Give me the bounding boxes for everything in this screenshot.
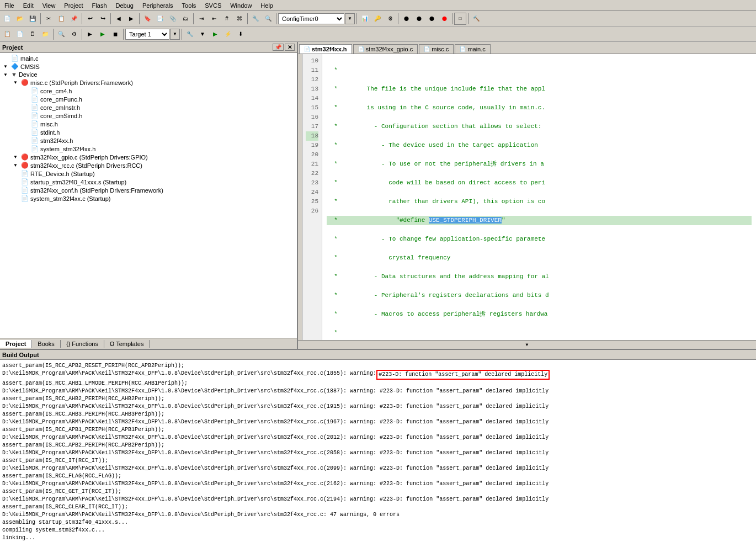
build-line: assert_param(IS_RCC_APB2_PERIPH(RCC_APB2…: [2, 442, 754, 449]
left-scroll-indicator: [298, 54, 302, 340]
target-dropdown[interactable]: ▼: [170, 29, 180, 40]
toolbar2-btn6[interactable]: ⚙: [68, 28, 80, 40]
toolbar-copy[interactable]: 📋: [55, 13, 67, 25]
tab-functions[interactable]: {} Functions: [61, 340, 104, 348]
toolbar-extra2[interactable]: 🔑: [371, 13, 384, 25]
tree-item-core-cminstr[interactable]: 📄 core_cmInstr.h: [1, 103, 296, 111]
toolbar2-btn4[interactable]: 📁: [39, 28, 51, 40]
build-output-content[interactable]: assert_param(IS_RCC_APB2_RESET_PERIPH(RC…: [0, 360, 756, 542]
toolbar-extra3[interactable]: ⚙: [384, 13, 396, 25]
code-editor[interactable]: 10 11 12 13 14 15 16 17 18 19 20 21 22 2…: [298, 54, 756, 340]
toolbar2-btn5[interactable]: 🔍: [55, 28, 67, 40]
tree-item-conf[interactable]: 📄 stm32f4xx_conf.h (StdPeriph Drivers:Fr…: [1, 186, 296, 194]
toolbar-indent[interactable]: ⇥: [195, 13, 207, 25]
toolbar-dots4[interactable]: ⬤: [438, 13, 450, 25]
toolbar-save[interactable]: 💾: [26, 13, 39, 25]
toolbar2-btn12[interactable]: ▶: [209, 28, 221, 40]
toolbar-dots3[interactable]: ⬤: [425, 13, 438, 25]
tab-books[interactable]: Books: [32, 340, 61, 348]
toolbar-undo[interactable]: ↩: [84, 13, 96, 25]
tab-stm32f4xx-h[interactable]: 📄 stm32f4xx.h: [299, 44, 352, 54]
toolbar-unindent[interactable]: ⇤: [208, 13, 220, 25]
toolbar2-btn8[interactable]: ▶: [97, 28, 109, 40]
menu-peripherals[interactable]: Peripherals: [138, 1, 178, 10]
menu-debug[interactable]: Debug: [111, 1, 138, 10]
toolbar-dots2[interactable]: ⬤: [413, 13, 425, 25]
project-close-btn[interactable]: ✕: [285, 44, 295, 51]
tree-item-gpio-c[interactable]: ▼ 🔴 stm32f4xx_gpio.c (StdPeriph Drivers:…: [1, 153, 296, 161]
toolbar-bookmark[interactable]: 🔖: [141, 13, 153, 25]
editor-bottom-scroll[interactable]: ▼: [298, 340, 756, 349]
tree-item-misc-h[interactable]: 📄 misc.h: [1, 120, 296, 128]
tree-item-core-cmfunc[interactable]: 📄 core_cmFunc.h: [1, 95, 296, 103]
toolbar-box[interactable]: □: [454, 13, 466, 25]
menu-file[interactable]: File: [0, 1, 19, 10]
file-icon: 📄: [31, 112, 39, 119]
code-line-22: * - Peripheral's registers declarations …: [327, 291, 752, 300]
tree-label: system_stm32f4xx.h: [40, 146, 95, 152]
tree-label: misc.c (StdPeriph Drivers:Framework): [30, 79, 133, 86]
menu-help[interactable]: Help: [256, 1, 278, 10]
toolbar2-btn1[interactable]: 📋: [1, 28, 13, 40]
tab-misc-c[interactable]: 📄 misc.c: [419, 44, 454, 54]
toolbar-cut[interactable]: ✂: [42, 13, 55, 25]
toolbar2-btn9[interactable]: ◼: [109, 28, 121, 40]
tab-stm32f4xx-gpio-c[interactable]: 📄 stm32f4xx_gpio.c: [353, 44, 418, 54]
toolbar-new[interactable]: 📄: [1, 13, 13, 25]
toolbar-format[interactable]: #: [221, 13, 233, 25]
menu-edit[interactable]: Edit: [19, 1, 38, 10]
menu-tools[interactable]: Tools: [178, 1, 201, 10]
tab-main-c[interactable]: 📄 main.c: [455, 44, 490, 54]
toolbar2-btn2[interactable]: 📄: [14, 28, 26, 40]
menu-flash[interactable]: Flash: [88, 1, 111, 10]
tree-item-stm32h[interactable]: 📄 stm32f4xx.h: [1, 136, 296, 145]
toolbar-format2[interactable]: ⌘: [233, 13, 246, 25]
tree-item-mainc[interactable]: 📄 main.c: [1, 54, 296, 62]
menu-view[interactable]: View: [38, 1, 60, 10]
menu-project[interactable]: Project: [60, 1, 87, 10]
menu-window[interactable]: Window: [226, 1, 256, 10]
toolbar-extra1[interactable]: 📊: [359, 13, 371, 25]
toolbar-bookmark3[interactable]: 📎: [167, 13, 179, 25]
file-icon: 📄: [21, 195, 29, 202]
toolbar2-btn7[interactable]: ▶: [84, 28, 96, 40]
toolbar-nav-back[interactable]: ◀: [113, 13, 125, 25]
tree-item-rte[interactable]: 📄 RTE_Device.h (Startup): [1, 169, 296, 178]
toolbar2-btn13[interactable]: ⚡: [222, 28, 234, 40]
tree-item-cmsis[interactable]: ▼ 🔷 CMSIS: [1, 62, 296, 71]
toolbar2-btn3[interactable]: 🗒: [26, 28, 39, 40]
tree-label: core_cmFunc.h: [40, 96, 82, 103]
tree-item-stdint[interactable]: 📄 stdint.h: [1, 128, 296, 136]
toolbar-open[interactable]: 📂: [14, 13, 26, 25]
target-select[interactable]: Target 1: [125, 29, 169, 40]
toolbar-bookmark2[interactable]: 📑: [154, 13, 166, 25]
code-content[interactable]: * * The file is the unique include file …: [322, 54, 756, 340]
tree-item-rcc-c[interactable]: ▼ 🔴 stm32f4xx_rcc.c (StdPeriph Drivers:R…: [1, 161, 296, 169]
tree-item-device[interactable]: ▼ ▼ Device: [1, 71, 296, 78]
toolbar-search[interactable]: 🔍: [262, 13, 274, 25]
toolbar2-btn10[interactable]: 🔧: [184, 28, 196, 40]
tree-item-misc-c[interactable]: ▼ 🔴 misc.c (StdPeriph Drivers:Framework): [1, 78, 296, 87]
tree-item-core-cm4[interactable]: 📄 core_cm4.h: [1, 87, 296, 95]
toolbar-wrench[interactable]: 🔨: [470, 13, 482, 25]
toolbar-bookmark4[interactable]: 🗂: [179, 13, 191, 25]
toolbar2-btn11[interactable]: ▼: [196, 28, 209, 40]
tree-item-core-cmsimd[interactable]: 📄 core_cmSimd.h: [1, 111, 296, 120]
tab-templates[interactable]: Ω Templates: [104, 340, 150, 348]
toolbar-nav-fwd[interactable]: ▶: [125, 13, 137, 25]
toolbar-paste[interactable]: 📌: [68, 13, 80, 25]
build-title: Build Output: [2, 352, 39, 358]
toolbar2-btn14[interactable]: ⬇: [235, 28, 247, 40]
tree-item-system-c[interactable]: 📄 system_stm32f4xx.c (Startup): [1, 194, 296, 203]
project-pin-btn[interactable]: 📌: [273, 44, 284, 51]
tab-project[interactable]: Project: [0, 340, 32, 348]
toolbar-redo[interactable]: ↪: [97, 13, 109, 25]
tree-item-startup[interactable]: 📄 startup_stm32f40_41xxx.s (Startup): [1, 178, 296, 186]
toolbar-build-icon[interactable]: 🔧: [249, 13, 262, 25]
toolbar-dropdown[interactable]: ▼: [345, 13, 355, 24]
tree-label: stm32f4xx.h: [40, 137, 73, 144]
config-timer-select[interactable]: ConfigTimer0: [278, 13, 344, 24]
toolbar-dots1[interactable]: ⬤: [400, 13, 412, 25]
menu-svcs[interactable]: SVCS: [200, 1, 226, 10]
tree-item-system-h[interactable]: 📄 system_stm32f4xx.h: [1, 145, 296, 153]
